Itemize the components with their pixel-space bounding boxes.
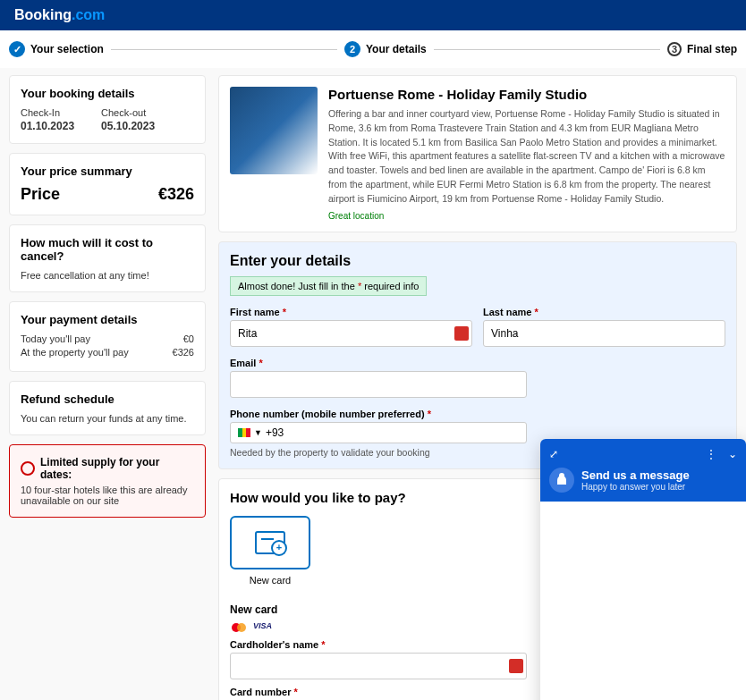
avatar-icon bbox=[549, 468, 574, 493]
refund-card: Refund schedule You can return your fund… bbox=[9, 381, 206, 435]
limited-supply-alert: Limited supply for your dates: 10 four-s… bbox=[9, 444, 206, 518]
mastercard-icon bbox=[230, 621, 250, 634]
property-description: Offering a bar and inner courtyard view,… bbox=[328, 107, 725, 206]
progress-steps: ✓ Your selection 2 Your details 3 Final … bbox=[0, 30, 746, 68]
first-name-label: First name * bbox=[230, 307, 472, 317]
check-icon: ✓ bbox=[9, 41, 25, 57]
new-card-option[interactable] bbox=[230, 516, 310, 569]
price-summary-card: Your price summary Price €326 bbox=[9, 153, 206, 215]
limited-title: Limited supply for your dates: bbox=[40, 456, 194, 481]
last-name-input[interactable] bbox=[483, 320, 725, 347]
card-title: Refund schedule bbox=[21, 392, 194, 406]
checkout-label: Check-out bbox=[101, 107, 155, 118]
chevron-down-icon[interactable]: ▼ bbox=[254, 428, 262, 437]
minimize-icon[interactable]: ⌄ bbox=[728, 448, 737, 460]
limited-text: 10 four-star hotels like this are alread… bbox=[21, 485, 194, 506]
last-name-label: Last name * bbox=[483, 307, 725, 317]
brand-logo[interactable]: Booking.com bbox=[14, 7, 105, 22]
booking-details-card: Your booking details Check-In 01.10.2023… bbox=[9, 75, 206, 144]
checkin: Check-In 01.10.2023 bbox=[21, 107, 74, 132]
great-location-tag[interactable]: Great location bbox=[328, 211, 725, 221]
brand-suffix: .com bbox=[72, 7, 105, 22]
cardholder-input[interactable] bbox=[230, 653, 527, 679]
checkin-label: Check-In bbox=[21, 107, 74, 118]
property-name: Portuense Rome - Holiday Family Studio bbox=[328, 87, 725, 102]
card-number-label: Card number * bbox=[230, 687, 527, 697]
expand-icon[interactable]: ⤢ bbox=[549, 448, 558, 460]
more-icon[interactable]: ⋮ bbox=[706, 448, 716, 460]
checkin-value: 01.10.2023 bbox=[21, 120, 74, 132]
step-your-selection[interactable]: ✓ Your selection bbox=[9, 41, 104, 57]
step-divider bbox=[111, 49, 337, 50]
cancel-text: Free cancellation at any time! bbox=[21, 270, 194, 281]
property-pay-label: At the property you'll pay bbox=[21, 347, 129, 358]
card-title: Your price summary bbox=[21, 164, 194, 178]
step-number: 2 bbox=[344, 41, 360, 57]
chat-widget: ⤢ ⋮ ⌄ Send us a message Happy to answer … bbox=[540, 439, 746, 700]
step-number: 3 bbox=[667, 42, 682, 56]
password-manager-icon[interactable] bbox=[509, 659, 523, 673]
payment-details-card: Your payment details Today you'll pay €0… bbox=[9, 301, 206, 372]
phone-label: Phone number (mobile number preferred) * bbox=[230, 409, 527, 419]
checkout: Check-out 05.10.2023 bbox=[101, 107, 155, 132]
first-name-input[interactable] bbox=[230, 320, 472, 347]
price-label: Price bbox=[21, 185, 60, 204]
visa-icon: VISA bbox=[253, 621, 272, 634]
phone-help-text: Needed by the property to validate your … bbox=[230, 447, 527, 458]
step-final[interactable]: 3 Final step bbox=[667, 42, 737, 56]
step-divider bbox=[434, 49, 660, 50]
brand-text: Booking bbox=[14, 7, 72, 22]
step-your-details[interactable]: 2 Your details bbox=[344, 41, 427, 57]
chat-header: ⤢ ⋮ ⌄ Send us a message Happy to answer … bbox=[540, 439, 746, 502]
email-label: Email * bbox=[230, 358, 527, 368]
card-plus-icon bbox=[255, 531, 285, 554]
password-manager-icon[interactable] bbox=[454, 326, 469, 341]
clock-icon bbox=[21, 461, 35, 476]
chat-subtitle: Happy to answer you later bbox=[581, 482, 690, 492]
card-title: Your booking details bbox=[21, 87, 194, 100]
cardholder-label: Cardholder's name * bbox=[230, 639, 527, 650]
phone-input[interactable]: ▼ +93 bbox=[230, 422, 527, 443]
refund-text: You can return your funds at any time. bbox=[21, 413, 194, 424]
hint-banner: Almost done! Just fill in the * required… bbox=[230, 276, 427, 296]
cancel-cost-card: How much will it cost to cancel? Free ca… bbox=[9, 224, 206, 292]
details-heading: Enter your details bbox=[230, 253, 725, 269]
hint-post: required info bbox=[361, 281, 419, 291]
enter-details-card: Enter your details Almost done! Just fil… bbox=[218, 241, 737, 469]
property-card: Portuense Rome - Holiday Family Studio O… bbox=[218, 75, 737, 232]
hint-pre: Almost done! Just fill in the bbox=[238, 281, 358, 291]
today-pay-value: €0 bbox=[183, 333, 194, 344]
card-title: Your payment details bbox=[21, 313, 194, 326]
new-card-label: New card bbox=[230, 575, 310, 586]
chat-body bbox=[540, 502, 746, 700]
property-image bbox=[230, 87, 318, 174]
chat-title: Send us a message bbox=[581, 468, 690, 482]
phone-prefix: +93 bbox=[266, 426, 284, 439]
site-header: Booking.com bbox=[0, 0, 746, 30]
email-input[interactable] bbox=[230, 371, 527, 398]
step-label: Your details bbox=[366, 43, 427, 55]
checkout-value: 05.10.2023 bbox=[101, 120, 155, 132]
card-title: How much will it cost to cancel? bbox=[21, 236, 194, 263]
flag-icon bbox=[238, 428, 250, 437]
step-label: Final step bbox=[687, 43, 737, 55]
price-value: €326 bbox=[158, 185, 194, 204]
step-label: Your selection bbox=[30, 43, 104, 55]
today-pay-label: Today you'll pay bbox=[21, 333, 90, 344]
property-pay-value: €326 bbox=[173, 347, 194, 358]
